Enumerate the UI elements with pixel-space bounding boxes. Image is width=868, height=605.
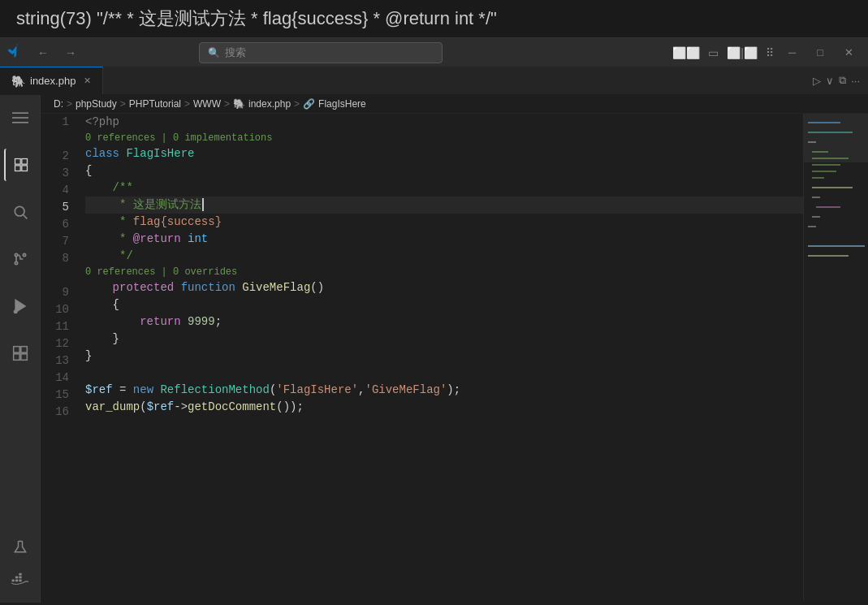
minimap-canvas xyxy=(804,114,868,439)
sidebar-item-run-debug[interactable] xyxy=(4,290,37,322)
line-number: 13 xyxy=(41,352,69,369)
svg-rect-39 xyxy=(808,245,865,247)
code-line-14 xyxy=(85,365,803,382)
svg-point-11 xyxy=(15,261,17,264)
split-icon[interactable]: ⬜|⬜ xyxy=(727,46,758,59)
svg-rect-4 xyxy=(21,159,27,165)
breadcrumb-part: FlagIsHere xyxy=(318,98,366,110)
nav-forward-button[interactable]: → xyxy=(60,45,81,61)
banner-text: string(73) "/** * 这是测试方法 * flag{success}… xyxy=(16,8,497,28)
code-line-6: * flag{success} xyxy=(85,214,803,231)
tab-bar: 🐘 index.php ✕ ▷ ∨ ⧉ ··· xyxy=(0,67,868,95)
line-number: 7 xyxy=(41,233,69,250)
tab-label: index.php xyxy=(30,75,76,87)
svg-rect-38 xyxy=(808,226,816,227)
svg-rect-23 xyxy=(15,577,17,579)
run-chevron[interactable]: ∨ xyxy=(826,75,834,87)
svg-point-7 xyxy=(15,206,24,216)
svg-rect-0 xyxy=(12,112,28,114)
svg-rect-40 xyxy=(808,255,849,257)
sidebar-item-explorer[interactable] xyxy=(4,149,37,181)
breadcrumb-part: PHPTutorial xyxy=(129,98,181,110)
code-content[interactable]: <?php 0 references | 0 implementations c… xyxy=(77,114,803,600)
tab-index-php[interactable]: 🐘 index.php ✕ xyxy=(0,67,103,94)
sidebar-item-search[interactable] xyxy=(4,196,37,228)
svg-rect-31 xyxy=(812,164,840,166)
sidebar-item-docker[interactable] xyxy=(4,564,37,596)
svg-rect-18 xyxy=(20,354,27,361)
tab-actions: ▷ ∨ ⧉ ··· xyxy=(813,74,868,87)
svg-rect-6 xyxy=(21,166,27,171)
code-line-1: <?php xyxy=(85,114,803,131)
svg-rect-24 xyxy=(19,577,21,579)
code-line-8: */ xyxy=(85,248,803,265)
title-bar-right: ⬜⬜ ▭ ⬜|⬜ ⠿ ─ □ ✕ xyxy=(672,45,860,60)
search-bar[interactable]: 🔍 搜索 xyxy=(199,42,443,63)
minimize-button[interactable]: ─ xyxy=(782,45,802,60)
line-number-info xyxy=(41,267,69,284)
line-numbers: 1 2 3 4 5 6 7 8 9 10 11 12 13 14 15 16 xyxy=(41,114,77,600)
svg-rect-22 xyxy=(19,579,21,581)
svg-rect-33 xyxy=(812,177,824,179)
code-line-3: { xyxy=(85,162,803,179)
sidebar-item-menu[interactable] xyxy=(4,102,37,134)
line-number: 1 xyxy=(41,114,69,131)
svg-rect-5 xyxy=(15,166,20,171)
code-line-16: var_dump($ref->getDocComment()); xyxy=(85,399,803,416)
search-icon: 🔍 xyxy=(208,47,220,58)
code-line-2: class FlagIsHere xyxy=(85,145,803,162)
line-number: 4 xyxy=(41,182,69,199)
run-button[interactable]: ▷ xyxy=(813,75,821,87)
nav-back-button[interactable]: ← xyxy=(32,45,54,61)
svg-rect-17 xyxy=(13,354,19,361)
code-line-5: * 这是测试方法 xyxy=(85,197,803,214)
svg-rect-3 xyxy=(15,159,20,165)
breadcrumb-part: index.php xyxy=(248,98,291,110)
line-number-active: 5 xyxy=(41,199,69,216)
svg-rect-16 xyxy=(20,347,27,353)
terminal-icon[interactable]: ▭ xyxy=(708,46,719,59)
svg-rect-34 xyxy=(812,187,853,188)
line-number: 3 xyxy=(41,165,69,182)
editor-area: D: > phpStudy > PHPTutorial > WWW > 🐘 in… xyxy=(41,95,868,603)
breadcrumb-part: phpStudy xyxy=(76,98,117,110)
grid-icon[interactable]: ⠿ xyxy=(766,46,774,59)
code-line-13: } xyxy=(85,348,803,365)
code-line-10: { xyxy=(85,296,803,313)
svg-rect-1 xyxy=(12,117,28,119)
sidebar-item-extensions[interactable] xyxy=(4,337,37,369)
svg-rect-15 xyxy=(13,347,19,353)
main-layout: D: > phpStudy > PHPTutorial > WWW > 🐘 in… xyxy=(0,95,868,603)
sidebar-bottom xyxy=(4,531,37,596)
svg-point-14 xyxy=(14,310,16,313)
code-editor[interactable]: 1 2 3 4 5 6 7 8 9 10 11 12 13 14 15 16 xyxy=(41,114,868,600)
line-number-info xyxy=(41,131,69,148)
breadcrumb-class-icon: 🔗 xyxy=(303,98,315,110)
tab-close-icon[interactable]: ✕ xyxy=(84,76,91,86)
more-actions-button[interactable]: ··· xyxy=(851,75,860,87)
layout-icon[interactable]: ⬜⬜ xyxy=(672,46,700,59)
breadcrumb: D: > phpStudy > PHPTutorial > WWW > 🐘 in… xyxy=(41,95,868,114)
line-number: 6 xyxy=(41,216,69,233)
close-button[interactable]: ✕ xyxy=(838,45,860,60)
php-tab-icon: 🐘 xyxy=(11,75,25,88)
line-number: 2 xyxy=(41,148,69,165)
svg-rect-41 xyxy=(804,114,868,162)
vscode-icon xyxy=(8,43,23,62)
sidebar xyxy=(0,95,41,603)
code-line-7: * @return int xyxy=(85,231,803,248)
sidebar-item-lab[interactable] xyxy=(4,531,37,564)
svg-point-9 xyxy=(15,253,17,256)
line-number: 11 xyxy=(41,318,69,335)
line-number: 14 xyxy=(41,369,69,387)
svg-line-8 xyxy=(23,215,27,219)
split-editor-button[interactable]: ⧉ xyxy=(839,74,846,87)
code-line-4: /** xyxy=(85,179,803,197)
breadcrumb-php-icon: 🐘 xyxy=(233,98,245,110)
line-number: 12 xyxy=(41,335,69,352)
code-info-line-2: 0 references | 0 overrides xyxy=(85,265,803,279)
sidebar-item-source-control[interactable] xyxy=(4,243,37,275)
line-number: 16 xyxy=(41,404,69,421)
maximize-button[interactable]: □ xyxy=(810,45,830,60)
svg-point-10 xyxy=(23,253,25,256)
